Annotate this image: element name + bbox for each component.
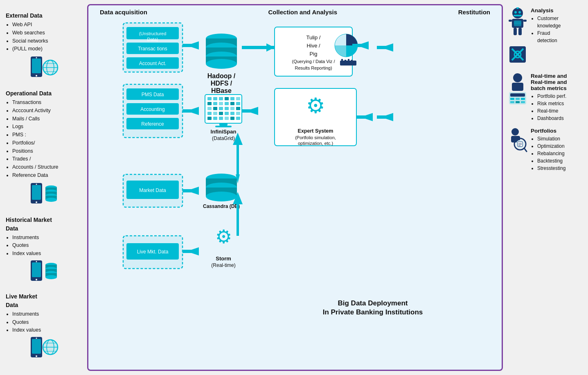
svg-point-12 (36, 201, 37, 203)
svg-rect-77 (351, 60, 353, 62)
list-item: Web API (12, 21, 82, 29)
main-container: External Data Web API Web searches Socia… (0, 0, 588, 375)
list-item: Mails / Calls (12, 115, 82, 123)
historical-market-title: Historical MarketData (6, 216, 82, 233)
svg-rect-51 (182, 44, 199, 47)
historical-device-icon (6, 259, 82, 288)
portfolios-icon (508, 128, 527, 164)
svg-point-24 (36, 261, 37, 262)
operational-data-title: Operational Data (6, 89, 82, 98)
svg-rect-92 (219, 97, 223, 100)
svg-rect-107 (236, 107, 240, 110)
list-item: Transactions (12, 99, 82, 106)
list-item: (PULL mode) (12, 45, 82, 53)
live-data-list: Instruments Quotes Index values (6, 310, 82, 334)
svg-rect-101 (236, 102, 240, 105)
svg-text:Pig: Pig (310, 51, 318, 57)
external-data-list: Web API Web searches Social networks (PU… (6, 21, 82, 53)
svg-rect-137 (182, 189, 199, 192)
svg-rect-132 (356, 115, 373, 119)
realtime-icon (508, 73, 527, 109)
svg-text:Tulip /: Tulip / (306, 34, 321, 41)
svg-rect-94 (230, 97, 234, 100)
list-item: Dashboards (537, 115, 582, 122)
list-item: Stresstesting (537, 165, 565, 172)
external-data-title: External Data (6, 11, 82, 20)
analysis-icon (508, 7, 527, 67)
list-item: Quotes (12, 242, 82, 249)
svg-rect-22 (32, 262, 41, 277)
svg-point-195 (511, 128, 519, 136)
svg-text:⚙: ⚙ (306, 94, 325, 117)
svg-point-168 (514, 11, 517, 14)
list-item: Reference Data (12, 172, 82, 179)
realtime-list: Portfolio perf. Risk metrics Real-time D… (531, 93, 582, 122)
svg-rect-93 (225, 97, 229, 100)
svg-text:PMS Data: PMS Data (142, 92, 164, 97)
list-item: Risk metrics (537, 100, 582, 107)
svg-rect-116 (219, 117, 223, 120)
svg-rect-100 (230, 102, 234, 105)
svg-rect-117 (225, 117, 229, 120)
svg-text:(DataGrid): (DataGrid) (212, 136, 235, 141)
header-restitution: Restitution (458, 9, 490, 16)
svg-rect-110 (219, 112, 223, 115)
list-item: Trades / (12, 155, 82, 163)
svg-point-3 (36, 57, 37, 59)
portfolios-section: Portfolios Simulation Optimization Rebal… (508, 128, 582, 172)
svg-rect-104 (219, 107, 223, 110)
portfolios-title: Portfolios (531, 128, 565, 134)
historical-data-list: Instruments Quotes Index values (6, 234, 82, 258)
list-item: Rebalancing (537, 150, 565, 157)
realtime-title: Real-time andReal-time and batch metrics (531, 73, 582, 91)
right-panel: Analysis Customerknowledge Frauddetectio… (506, 4, 584, 371)
svg-rect-105 (225, 107, 229, 110)
svg-point-142 (206, 192, 237, 201)
svg-rect-33 (32, 339, 41, 354)
external-device-icon (6, 54, 82, 85)
svg-rect-161 (377, 46, 393, 49)
svg-rect-11 (32, 185, 41, 200)
svg-line-203 (524, 148, 527, 151)
left-panel: External Data Web API Web searches Socia… (4, 4, 84, 371)
list-item: Frauddetection (537, 29, 561, 44)
analysis-content: Analysis Customerknowledge Frauddetectio… (531, 7, 561, 44)
svg-rect-111 (225, 112, 229, 115)
svg-text:⚙: ⚙ (215, 226, 232, 247)
svg-rect-75 (345, 60, 346, 62)
svg-text:Account Act.: Account Act. (139, 61, 167, 66)
svg-point-35 (36, 338, 37, 339)
svg-text:(Portfolio simulation,: (Portfolio simulation, (295, 135, 336, 140)
svg-rect-108 (207, 112, 212, 115)
list-item: Acccount Activity (12, 107, 82, 115)
svg-rect-96 (207, 102, 212, 105)
realtime-section: Real-time andReal-time and batch metrics… (508, 73, 582, 122)
svg-rect-188 (510, 93, 525, 97)
list-item: Optimization (537, 142, 565, 150)
list-item: Social networks (12, 37, 82, 45)
svg-point-31 (45, 275, 57, 279)
svg-rect-119 (236, 117, 240, 120)
svg-rect-178 (518, 28, 522, 35)
diagram-svg: (Unstructured Data) Transac tions Accoun… (92, 19, 498, 342)
svg-rect-76 (348, 59, 349, 62)
svg-rect-90 (207, 97, 212, 100)
svg-rect-95 (236, 97, 240, 100)
svg-text:HDFS /: HDFS / (211, 80, 232, 87)
operational-data-list: Transactions Acccount Activity Mails / C… (6, 99, 82, 179)
analysis-list: Customerknowledge Frauddetection (531, 15, 561, 44)
svg-point-20 (45, 198, 57, 202)
svg-rect-191 (521, 98, 525, 100)
svg-rect-106 (230, 107, 234, 110)
list-item: Logs (12, 123, 82, 131)
svg-text:Storm: Storm (216, 255, 231, 262)
list-item: Portfolios/ (12, 139, 82, 147)
svg-rect-166 (237, 142, 239, 174)
svg-rect-98 (219, 102, 223, 105)
svg-text:Cassandra (DB): Cassandra (DB) (203, 203, 240, 209)
svg-rect-177 (514, 28, 517, 35)
svg-rect-97 (213, 102, 217, 105)
svg-point-13 (36, 183, 37, 185)
svg-rect-115 (213, 117, 217, 120)
svg-text:Reference: Reference (141, 121, 164, 127)
